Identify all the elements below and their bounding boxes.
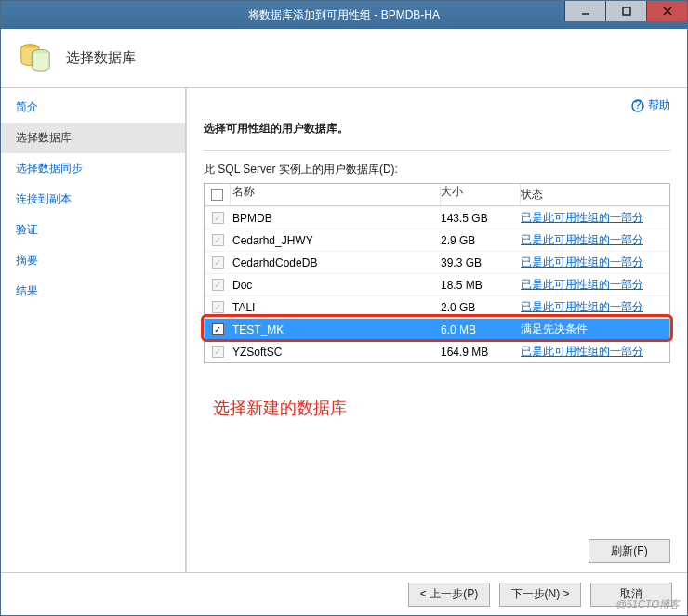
cell-name: Doc: [231, 279, 441, 292]
row-checkbox: [212, 256, 224, 269]
row-checkbox: [212, 234, 224, 246]
list-label: 此 SQL Server 实例上的用户数据库(D):: [204, 162, 670, 177]
row-checkbox: [212, 301, 224, 313]
cell-name: BPMDB: [231, 212, 441, 225]
status-link[interactable]: 已是此可用性组的一部分: [521, 345, 643, 358]
svg-text:?: ?: [635, 99, 642, 111]
cell-size: 164.9 MB: [441, 346, 521, 359]
refresh-button[interactable]: 刷新(F): [589, 539, 670, 563]
cell-size: 143.5 GB: [441, 212, 521, 225]
window-controls: [564, 1, 687, 21]
table-row[interactable]: BPMDB 143.5 GB 已是此可用性组的一部分: [205, 206, 669, 229]
minimize-icon: [580, 6, 591, 17]
status-link[interactable]: 满足先决条件: [521, 322, 588, 335]
nav-item-result[interactable]: 结果: [1, 276, 186, 307]
section-title: 选择可用性组的用户数据库。: [204, 121, 670, 137]
row-checkbox[interactable]: [212, 323, 224, 335]
cell-name: TALI: [231, 301, 441, 314]
prev-button[interactable]: < 上一步(P): [408, 583, 490, 607]
cell-name: TEST_MK: [231, 323, 441, 336]
nav-item-select-sync[interactable]: 选择数据同步: [1, 153, 186, 184]
nav-item-summary[interactable]: 摘要: [1, 245, 186, 276]
wizard-body: 简介 选择数据库 选择数据同步 连接到副本 验证 摘要 结果 ? 帮助 选择可用…: [1, 88, 687, 572]
col-header-name[interactable]: 名称: [231, 184, 441, 205]
table-row[interactable]: TALI 2.0 GB 已是此可用性组的一部分: [205, 295, 669, 318]
database-icon: [18, 39, 53, 77]
table-row[interactable]: Cedarhd_JHWY 2.9 GB 已是此可用性组的一部分: [205, 229, 669, 251]
col-header-size[interactable]: 大小: [441, 184, 521, 205]
maximize-button[interactable]: [605, 1, 646, 21]
main-panel: ? 帮助 选择可用性组的用户数据库。 此 SQL Server 实例上的用户数据…: [187, 88, 687, 572]
maximize-icon: [621, 6, 632, 17]
cell-size: 2.9 GB: [441, 234, 521, 247]
row-checkbox: [212, 279, 224, 291]
table-row[interactable]: YZSoftSC 164.9 MB 已是此可用性组的一部分: [205, 340, 669, 362]
status-link[interactable]: 已是此可用性组的一部分: [521, 233, 643, 246]
table-row[interactable]: CedarhdCodeDB 39.3 GB 已是此可用性组的一部分: [205, 251, 669, 273]
status-link[interactable]: 已是此可用性组的一部分: [521, 256, 643, 269]
row-checkbox: [212, 212, 224, 224]
page-header: 选择数据库: [1, 29, 687, 88]
nav-item-verify[interactable]: 验证: [1, 215, 186, 245]
col-header-status[interactable]: 状态: [521, 187, 669, 203]
row-checkbox: [212, 346, 224, 358]
close-icon: [662, 6, 673, 17]
table-row[interactable]: Doc 18.5 MB 已是此可用性组的一部分: [205, 273, 669, 295]
cell-size: 39.3 GB: [441, 256, 521, 269]
select-all-checkbox[interactable]: [211, 189, 223, 201]
cell-size: 2.0 GB: [441, 301, 521, 314]
help-label: 帮助: [648, 98, 670, 113]
cell-name: Cedarhd_JHWY: [231, 234, 441, 247]
table-header: 名称 大小 状态: [205, 184, 669, 206]
close-button[interactable]: [646, 1, 687, 21]
table-row-selected[interactable]: TEST_MK 6.0 MB 满足先决条件: [205, 318, 669, 340]
nav-sidebar: 简介 选择数据库 选择数据同步 连接到副本 验证 摘要 结果: [1, 88, 187, 572]
nav-item-intro[interactable]: 简介: [1, 92, 186, 123]
database-table: 名称 大小 状态 BPMDB 143.5 GB 已是此可用性组的一部分 Ceda…: [204, 183, 670, 363]
page-title: 选择数据库: [66, 49, 136, 67]
status-link[interactable]: 已是此可用性组的一部分: [521, 211, 643, 224]
cell-size: 6.0 MB: [441, 323, 521, 336]
watermark: @51CTO博客: [616, 597, 680, 611]
cell-size: 18.5 MB: [441, 279, 521, 292]
status-link[interactable]: 已是此可用性组的一部分: [521, 300, 643, 313]
nav-item-select-db[interactable]: 选择数据库: [1, 123, 186, 153]
annotation-text: 选择新建的数据库: [213, 397, 670, 419]
minimize-button[interactable]: [564, 1, 605, 21]
next-button[interactable]: 下一步(N) >: [499, 583, 581, 607]
cell-name: CedarhdCodeDB: [231, 256, 441, 269]
svg-rect-1: [623, 7, 630, 15]
refresh-row: 刷新(F): [204, 530, 670, 572]
wizard-window: 将数据库添加到可用性组 - BPMDB-HA 选择数据库 简介: [0, 0, 688, 616]
help-link[interactable]: ? 帮助: [204, 98, 670, 113]
help-icon: ?: [631, 99, 644, 112]
cell-name: YZSoftSC: [231, 346, 441, 359]
header-checkbox-col[interactable]: [205, 184, 231, 205]
status-link[interactable]: 已是此可用性组的一部分: [521, 278, 643, 291]
wizard-footer: < 上一步(P) 下一步(N) > 取消 @51CTO博客: [1, 572, 687, 615]
titlebar[interactable]: 将数据库添加到可用性组 - BPMDB-HA: [1, 1, 687, 29]
nav-item-connect-replica[interactable]: 连接到副本: [1, 184, 186, 215]
